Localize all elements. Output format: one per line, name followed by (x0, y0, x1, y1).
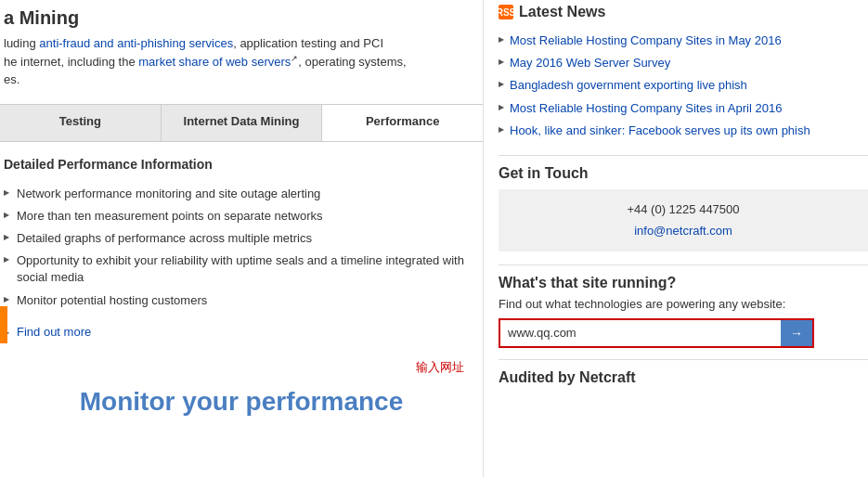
performance-list: Network performance monitoring and site … (4, 183, 472, 312)
whats-site-section: What's that site running? Find out what … (499, 275, 868, 348)
news-item: May 2016 Web Server Survey (499, 52, 868, 74)
audited-section: Audited by Netcraft (499, 369, 868, 386)
orange-bar (0, 306, 7, 343)
news-link[interactable]: Hook, like and sinker: Facebook serves u… (510, 123, 810, 137)
latest-news-header: RSS Latest News (499, 0, 868, 20)
content-heading: Detailed Performance Information (4, 157, 472, 172)
news-item: Bangladesh government exporting live phi… (499, 74, 868, 97)
list-item: More than ten measurement points on sepa… (4, 205, 472, 227)
list-item: Detailed graphs of performance across mu… (4, 227, 472, 250)
email-link[interactable]: info@netcraft.com (634, 224, 732, 238)
monitor-text: Monitor your performance (0, 387, 483, 417)
site-search-button[interactable]: → (781, 320, 812, 346)
news-list: Most Reliable Hosting Company Sites in M… (499, 30, 868, 142)
phone-number: +44 (0) 1225 447500 (510, 199, 857, 220)
list-item: Network performance monitoring and site … (4, 183, 472, 205)
whats-site-title: What's that site running? (499, 275, 868, 291)
list-item: Monitor potential hosting customers (4, 290, 472, 312)
divider (499, 264, 868, 265)
divider (499, 359, 868, 360)
market-share-link[interactable]: market share of web servers (138, 55, 291, 69)
tab-testing[interactable]: Testing (0, 105, 162, 141)
tab-bar: Testing Internet Data Mining Performance (0, 104, 483, 142)
news-link[interactable]: Most Reliable Hosting Company Sites in M… (510, 33, 782, 47)
find-out-more-link[interactable]: Find out more (4, 325, 91, 339)
performance-content: Detailed Performance Information Network… (0, 142, 483, 350)
audited-title: Audited by Netcraft (499, 369, 868, 386)
input-hint-text: 输入网址 (0, 359, 483, 376)
contact-box: +44 (0) 1225 447500 info@netcraft.com (499, 189, 868, 251)
whats-site-desc: Find out what technologies are powering … (499, 297, 868, 311)
news-item: Most Reliable Hosting Company Sites in A… (499, 97, 868, 120)
rss-icon: RSS (499, 5, 513, 19)
divider (499, 155, 868, 156)
right-panel: RSS Latest News Most Reliable Hosting Co… (483, 0, 868, 477)
news-link[interactable]: Bangladesh government exporting live phi… (510, 78, 747, 92)
description-text: luding anti-fraud and anti-phishing serv… (4, 34, 472, 89)
news-link[interactable]: May 2016 Web Server Survey (510, 56, 670, 70)
latest-news-title: Latest News (519, 4, 605, 20)
tab-performance[interactable]: Performance (322, 105, 483, 141)
anti-fraud-link[interactable]: anti-fraud and anti-phishing services (39, 36, 233, 50)
site-url-input[interactable] (500, 320, 781, 345)
get-in-touch-title: Get in Touch (499, 165, 868, 182)
get-in-touch-section: Get in Touch +44 (0) 1225 447500 info@ne… (499, 165, 868, 251)
list-item: Opportunity to exhibit your reliability … (4, 250, 472, 289)
site-input-row: → (499, 318, 814, 348)
news-item: Most Reliable Hosting Company Sites in M… (499, 30, 868, 52)
tab-internet-data-mining[interactable]: Internet Data Mining (162, 105, 323, 141)
news-item: Hook, like and sinker: Facebook serves u… (499, 120, 868, 142)
news-link[interactable]: Most Reliable Hosting Company Sites in A… (510, 101, 782, 115)
page-title: a Mining (4, 7, 472, 29)
